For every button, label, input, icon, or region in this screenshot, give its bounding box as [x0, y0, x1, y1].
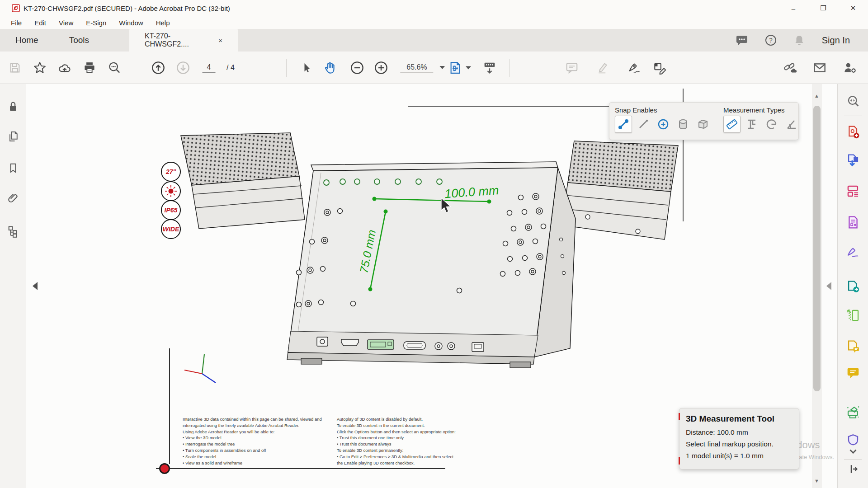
mounting-hole [395, 179, 401, 184]
export-pdf-icon[interactable] [846, 153, 860, 168]
fill-sign-icon[interactable] [845, 245, 861, 259]
zoom-out-icon[interactable] [350, 61, 364, 75]
measure-radius-button[interactable] [763, 116, 780, 133]
snap-circle-button[interactable] [655, 116, 672, 133]
edit-pdf-icon[interactable] [846, 184, 860, 198]
create-pdf-icon[interactable] [846, 125, 860, 139]
fit-page-icon[interactable] [448, 61, 462, 75]
info-line: • View the 3D model [183, 435, 332, 441]
feedback-bubble-icon[interactable] [736, 35, 748, 46]
badge-27-label: 27" [166, 168, 176, 175]
next-page-icon[interactable] [176, 61, 190, 75]
page-thumbnails-icon[interactable] [7, 130, 19, 143]
sign-in-button[interactable]: Sign In [822, 35, 850, 46]
previous-page-icon[interactable] [151, 61, 165, 75]
collapse-left-pane-arrow[interactable] [33, 282, 38, 290]
radius-dimension-icon [765, 118, 778, 131]
tab-tools[interactable]: Tools [54, 29, 104, 52]
ruler-icon [726, 118, 738, 131]
info-line: Using Adobe Acrobat Reader you will be a… [183, 429, 332, 435]
mounting-hole [517, 239, 524, 245]
search-icon[interactable] [108, 61, 121, 75]
measure-perpendicular-button[interactable] [743, 116, 760, 133]
save-icon[interactable] [9, 61, 21, 74]
tab-bar: Home Tools KT-270-CHWSGF2.... × ? Sign I… [0, 29, 868, 52]
menu-edit[interactable]: Edit [28, 18, 52, 28]
tab-home[interactable]: Home [0, 29, 54, 52]
prepare-form-icon[interactable] [846, 215, 860, 230]
protect-shield-icon[interactable] [846, 433, 860, 446]
snap-cylinder-button[interactable] [675, 116, 692, 133]
stamp-edit-icon[interactable] [653, 61, 667, 75]
svg-text:?: ? [769, 37, 773, 44]
measure-distance-button[interactable] [723, 116, 741, 133]
model-tree-icon[interactable] [7, 225, 19, 238]
acrobat-pdf-icon [12, 4, 20, 12]
scan-ocr-icon[interactable] [845, 405, 861, 419]
hdmi-port [341, 339, 359, 346]
share-people-icon[interactable] [843, 61, 857, 75]
scrollbar-thumb[interactable] [813, 106, 821, 391]
info-text-right: Autoplay of 3D content is disabled by de… [337, 416, 486, 466]
highlight-tool-icon[interactable] [596, 61, 609, 75]
snap-enables-group: Snap Enables [615, 106, 712, 136]
more-tools-chevron-icon[interactable] [847, 447, 859, 456]
zoom-in-icon[interactable] [374, 61, 388, 75]
find-tools-icon[interactable] [846, 94, 860, 108]
maximize-button[interactable]: ❐ [808, 0, 838, 16]
security-lock-icon[interactable] [7, 100, 19, 113]
mounting-hole [519, 195, 524, 200]
comment-panel-icon[interactable] [846, 366, 860, 380]
comment-tool-icon[interactable] [565, 61, 579, 75]
snap-endpoint-button[interactable] [615, 116, 632, 133]
scroll-down-arrow[interactable]: ▼ [814, 478, 819, 483]
zoom-level-control[interactable]: 65.6% [400, 62, 445, 73]
attachments-icon[interactable] [7, 192, 19, 204]
left-speaker-panel [181, 133, 305, 229]
help-icon[interactable]: ? [765, 34, 777, 46]
page-number-input[interactable]: 4 [203, 62, 216, 73]
menu-help[interactable]: Help [150, 18, 176, 28]
notification-bell-icon[interactable] [794, 34, 805, 46]
vertical-scrollbar[interactable]: ▲ ▼ [812, 84, 822, 488]
zoom-level-value[interactable]: 65.6% [400, 62, 433, 73]
drawing-top-line [408, 106, 610, 107]
info-line: Interactive 3D data contained within thi… [183, 416, 332, 422]
fit-page-dropdown-caret[interactable] [466, 66, 471, 69]
menu-file[interactable]: File [5, 18, 28, 28]
tab-document[interactable]: KT-270-CHWSGF2.... × [129, 29, 238, 52]
share-link-icon[interactable] [783, 61, 797, 75]
measurement-types-group: Measurement Types [723, 106, 800, 136]
3d-model-drawing[interactable]: 100.0 mm 75.0 mm [167, 131, 710, 393]
star-icon[interactable] [33, 61, 47, 75]
menu-esign[interactable]: E-Sign [80, 18, 113, 28]
email-icon[interactable] [812, 61, 827, 75]
mounting-hole [354, 179, 360, 184]
measure-angle-button[interactable] [783, 116, 800, 133]
scroll-up-arrow[interactable]: ▲ [814, 93, 819, 99]
menu-window[interactable]: Window [113, 18, 149, 28]
tab-close-icon[interactable]: × [218, 37, 222, 44]
zoom-dropdown-caret[interactable] [440, 66, 445, 69]
close-button[interactable]: ✕ [838, 0, 868, 16]
bookmarks-icon[interactable] [7, 162, 19, 174]
sign-tool-icon[interactable] [627, 61, 642, 75]
request-esign-icon[interactable] [846, 339, 860, 354]
minimize-button[interactable]: – [778, 0, 808, 16]
snap-edge-button[interactable] [635, 116, 652, 133]
select-tool-icon[interactable] [300, 61, 312, 75]
print-icon[interactable] [83, 61, 96, 75]
mounting-hole [537, 253, 543, 260]
cloud-upload-icon[interactable] [58, 61, 71, 75]
scroll-mode-icon[interactable] [482, 61, 497, 75]
mounting-hole [307, 267, 313, 273]
expand-tools-pane-arrow[interactable] [826, 282, 831, 290]
expand-panel-icon[interactable] [847, 463, 859, 475]
snap-cube-button[interactable] [694, 116, 712, 133]
organize-pages-icon[interactable] [846, 308, 860, 323]
share-file-icon[interactable] [846, 280, 860, 294]
mounting-hole [525, 224, 532, 230]
menu-view[interactable]: View [52, 18, 80, 28]
tooltip-units: 1 model unit(s) = 1.0 mm [686, 450, 793, 462]
hand-tool-icon[interactable] [323, 61, 337, 75]
